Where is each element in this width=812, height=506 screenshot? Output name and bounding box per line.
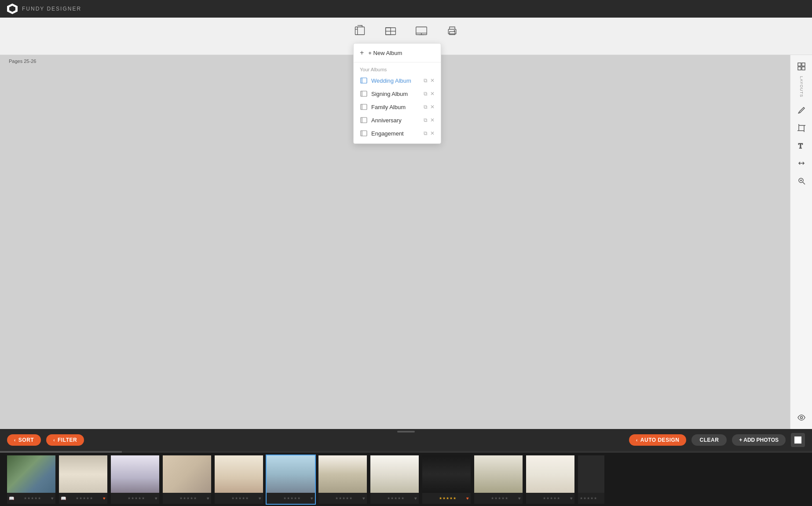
close-icon-anniversary[interactable]: ✕	[430, 117, 435, 123]
sort-chevron: ‹	[14, 438, 16, 443]
svg-rect-25	[802, 63, 805, 66]
toolbar-icons	[351, 22, 461, 40]
your-albums-label: Your Albums	[354, 62, 441, 74]
thumb-meta-2: 📖 ★★★★★ ♥	[59, 493, 107, 504]
grid-view-btn[interactable]	[791, 433, 805, 447]
bottom-panel: ‹ SORT ‹ FILTER ‹ AUTO DESIGN CLEAR + AD…	[0, 429, 812, 506]
top-bar: FUNDY DESIGNER	[0, 0, 812, 18]
close-icon-wedding[interactable]: ✕	[430, 77, 435, 84]
filter-btn[interactable]: ‹ FILTER	[46, 434, 84, 446]
filmstrip-thumb-10[interactable]: 📖 ★★★★★ ♥	[474, 455, 523, 504]
filmstrip-thumb-2[interactable]: 📖 ★★★★★ ♥	[59, 455, 107, 504]
duplicate-icon-signing[interactable]: ⧉	[424, 91, 428, 97]
heart-3[interactable]: ♥	[155, 496, 157, 501]
thumb-meta-10: 📖 ★★★★★ ♥	[474, 493, 523, 504]
thumb-img-8	[370, 455, 419, 493]
stars-3: ★★★★★	[128, 496, 145, 500]
stars-9: ★★★★★	[439, 496, 457, 500]
layouts-btn[interactable]	[794, 59, 809, 74]
album-item-signing[interactable]: Signing Album ⧉ ✕	[354, 87, 441, 100]
duplicate-icon-wedding[interactable]: ⧉	[424, 77, 428, 84]
filmstrip-thumb-5[interactable]: 📖 ★★★★★ ♥	[215, 455, 263, 504]
album-dropdown: + + New Album Your Albums Wedding Album …	[353, 43, 441, 144]
filmstrip-thumb-11[interactable]: 📖 ★★★★★ ♥	[526, 455, 574, 504]
heart-11[interactable]: ♥	[570, 496, 573, 501]
svg-text:T: T	[798, 142, 803, 150]
thumb-img-2	[59, 455, 107, 493]
sort-label: SORT	[18, 437, 34, 443]
thumb-meta-12: ★★★★★	[578, 493, 604, 504]
text-btn[interactable]: T	[794, 138, 809, 154]
album-item-family[interactable]: Family Album ⧉ ✕	[354, 100, 441, 114]
preview-btn[interactable]	[794, 410, 809, 425]
page-spread	[394, 125, 396, 359]
close-icon-family[interactable]: ✕	[430, 104, 435, 110]
slideshow-tool-btn[interactable]	[413, 22, 430, 40]
gallery-tool-btn[interactable]	[382, 22, 399, 40]
filmstrip-controls: ‹ SORT ‹ FILTER ‹ AUTO DESIGN CLEAR + AD…	[0, 429, 812, 451]
close-icon-signing[interactable]: ✕	[430, 91, 435, 97]
thumb-img-12	[578, 455, 604, 493]
album-item-wedding[interactable]: Wedding Album ⧉ ✕	[354, 74, 441, 87]
auto-design-label: AUTO DESIGN	[640, 437, 680, 443]
album-name-anniversary: Anniversary	[371, 117, 420, 124]
clear-btn[interactable]: CLEAR	[691, 434, 727, 446]
duplicate-icon-engagement[interactable]: ⧉	[424, 130, 428, 136]
filmstrip-thumb-9[interactable]: 📖 ★★★★★ ♥	[422, 455, 471, 504]
heart-9[interactable]: ♥	[466, 496, 469, 501]
new-album-label: + New Album	[368, 50, 402, 56]
filmstrip-thumb-3[interactable]: 📖 ★★★★★ ♥	[111, 455, 159, 504]
stars-7: ★★★★★	[335, 496, 353, 500]
new-album-btn[interactable]: + + New Album	[354, 44, 441, 62]
svg-rect-20	[361, 117, 367, 123]
crop-btn[interactable]	[794, 120, 809, 136]
add-photos-label: + ADD PHOTOS	[739, 437, 779, 443]
duplicate-icon-anniversary[interactable]: ⧉	[424, 117, 428, 123]
filmstrip-thumb-7[interactable]: 📖 ★★★★★ ♥	[318, 455, 367, 504]
filmstrip-thumb-4[interactable]: 📖 ★★★★★ ♥	[163, 455, 211, 504]
auto-design-btn[interactable]: ‹ AUTO DESIGN	[629, 434, 686, 446]
swap-btn[interactable]	[794, 155, 809, 171]
album-actions-wedding: ⧉ ✕	[424, 77, 435, 84]
add-photos-btn[interactable]: + ADD PHOTOS	[732, 434, 786, 446]
album-name-signing: Signing Album	[371, 91, 420, 97]
heart-6[interactable]: ♥	[311, 496, 313, 501]
album-item-engagement[interactable]: Engagement ⧉ ✕	[354, 127, 441, 140]
album-item-anniversary[interactable]: Anniversary ⧉ ✕	[354, 114, 441, 127]
heart-10[interactable]: ♥	[518, 496, 521, 501]
filmstrip-thumb-8[interactable]: 📖 ★★★★★ ♥	[370, 455, 419, 504]
filmstrip[interactable]: 📖 ★★★★★ ♥ 📖 ★★★★★ ♥ 📖 ★★★★★ ♥	[0, 453, 812, 506]
filmstrip-thumb-1[interactable]: 📖 ★★★★★ ♥	[7, 455, 55, 504]
print-tool-btn[interactable]	[443, 22, 461, 40]
heart-5[interactable]: ♥	[259, 496, 261, 501]
brush-btn[interactable]	[794, 103, 809, 118]
heart-2[interactable]: ♥	[103, 496, 106, 501]
heart-4[interactable]: ♥	[207, 496, 209, 501]
svg-rect-22	[361, 131, 367, 136]
stars-12: ★★★★★	[580, 496, 597, 500]
svg-rect-14	[361, 78, 367, 83]
heart-1[interactable]: ♥	[51, 496, 54, 501]
album-name-family: Family Album	[371, 104, 420, 110]
svg-rect-16	[361, 91, 367, 96]
thumb-meta-7: 📖 ★★★★★ ♥	[318, 493, 367, 504]
filmstrip-thumb-12[interactable]: ★★★★★	[578, 455, 604, 504]
filmstrip-thumb-6[interactable]: 📖 ★★★★★ ♥	[267, 455, 315, 504]
album-name-wedding: Wedding Album	[371, 77, 420, 84]
drag-handle[interactable]	[397, 431, 415, 433]
heart-7[interactable]: ♥	[362, 496, 365, 501]
sort-btn[interactable]: ‹ SORT	[7, 434, 41, 446]
svg-point-13	[454, 30, 455, 31]
album-actions-engagement: ⧉ ✕	[424, 130, 435, 136]
svg-rect-18	[361, 104, 367, 110]
book-icon-2: 📖	[61, 496, 66, 501]
svg-line-35	[803, 182, 805, 184]
album-tool-btn[interactable]	[351, 22, 369, 40]
thumb-img-9	[422, 455, 471, 493]
thumb-meta-8: 📖 ★★★★★ ♥	[370, 493, 419, 504]
heart-8[interactable]: ♥	[414, 496, 417, 501]
duplicate-icon-family[interactable]: ⧉	[424, 104, 428, 110]
zoom-btn[interactable]	[794, 173, 809, 189]
svg-rect-28	[799, 125, 804, 131]
close-icon-engagement[interactable]: ✕	[430, 130, 435, 136]
